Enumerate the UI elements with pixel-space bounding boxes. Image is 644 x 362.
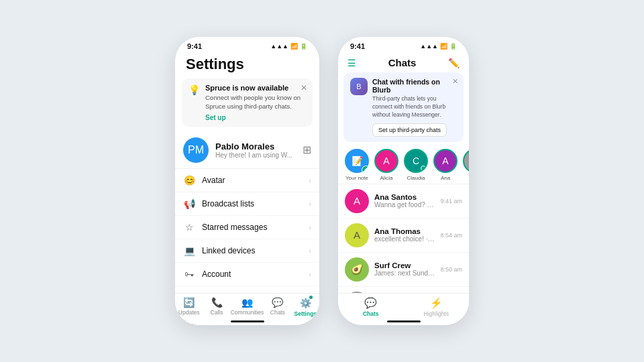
- add-story-icon: +: [362, 166, 369, 173]
- key-icon: 🗝: [183, 269, 195, 280]
- chats-title: Chats: [356, 57, 448, 68]
- chat-item-ana-thomas-1[interactable]: A Ana Thomas excellent choice! · 8:54 am…: [338, 219, 469, 253]
- chevron-icon: ›: [309, 200, 311, 208]
- blurb-title: Chat with friends on Blurb: [372, 78, 457, 94]
- banner-content: Spruce is now available Connect with peo…: [205, 84, 306, 121]
- blurb-icon: B: [350, 78, 368, 95]
- menu-item-avatar[interactable]: 😊 Avatar ›: [175, 169, 319, 192]
- nav-item-chats[interactable]: 💬 Chats: [264, 297, 291, 317]
- story-avatar: A: [433, 149, 458, 173]
- story-your-note[interactable]: 📝 + Your note: [345, 149, 369, 181]
- chat-preview: excellent choice! · 8:54 am: [374, 235, 435, 243]
- story-avatar: B: [463, 149, 469, 173]
- nav-label: Updates: [178, 309, 200, 316]
- nav-item-communities[interactable]: 👥 Communities: [231, 297, 264, 317]
- signal-icon: ▲▲▲: [420, 43, 438, 50]
- menu-item-starred[interactable]: ☆ Starred messages ›: [175, 216, 319, 239]
- battery-icon: 🔋: [300, 43, 307, 50]
- blurb-desc: Third-party chats lets you connect with …: [372, 95, 457, 119]
- chat-avatar: A: [345, 223, 369, 247]
- story-ana[interactable]: A Ana: [433, 149, 458, 181]
- chat-info: Surf Crew James: next Sunday? · 8:50 am: [374, 261, 435, 277]
- story-label: Alicia: [380, 175, 392, 181]
- blurb-banner: B Chat with friends on Blurb Third-party…: [343, 72, 464, 142]
- chat-item-surf-crew[interactable]: 🥑 Surf Crew James: next Sunday? · 8:50 a…: [338, 253, 469, 287]
- chats-tab-icon: 💬: [364, 297, 377, 309]
- banner-icon: 💡: [189, 84, 200, 95]
- status-bar-chats: 9:41 ▲▲▲ 📶 🔋: [338, 37, 469, 53]
- wifi-icon: 📶: [440, 43, 447, 50]
- story-label: Ana: [441, 175, 450, 181]
- profile-row[interactable]: PM Pablo Morales Hey there! I am using W…: [175, 132, 319, 169]
- chat-preview: James: next Sunday? · 8:50 am: [374, 269, 435, 277]
- nav-item-calls[interactable]: 📞 Calls: [203, 297, 230, 317]
- qr-icon[interactable]: ⊞: [303, 143, 311, 156]
- story-claudia[interactable]: C Claudia: [404, 149, 428, 181]
- chat-info: Ana Thomas excellent choice! · 8:54 am: [374, 227, 435, 243]
- menu-item-linked-devices[interactable]: 💻 Linked devices ›: [175, 239, 319, 263]
- nav-highlights[interactable]: ⚡ Highlights: [404, 297, 470, 317]
- story-avatar: C: [404, 149, 428, 173]
- chats-header: ☰ Chats ✏️: [338, 53, 469, 72]
- story-label: Your note: [345, 175, 368, 181]
- menu-item-broadcast[interactable]: 📢 Broadcast lists ›: [175, 192, 319, 216]
- menu-item-label: Avatar: [202, 176, 302, 185]
- profile-status: Hey there! I am using W...: [215, 152, 296, 159]
- close-icon[interactable]: ✕: [301, 83, 307, 93]
- menu-item-label: Account: [202, 269, 302, 279]
- nav-chats[interactable]: 💬 Chats: [338, 297, 404, 317]
- compose-icon[interactable]: ✏️: [448, 58, 460, 68]
- chevron-icon: ›: [309, 247, 311, 255]
- chats-tab-label: Chats: [363, 310, 379, 317]
- story-label: Claudia: [407, 175, 425, 181]
- settings-phone: 9:41 ▲▲▲ 📶 🔋 Settings 💡 Spruce is now av…: [175, 37, 319, 325]
- highlights-icon: ⚡: [430, 297, 443, 309]
- communities-icon: 👥: [241, 297, 253, 308]
- stories-row: 📝 + Your note A Alicia C Claudia A: [338, 146, 469, 184]
- signal-icon: ▲▲▲: [270, 43, 288, 50]
- online-indicator: [421, 166, 426, 171]
- chat-avatar: 🥑: [345, 257, 369, 282]
- highlights-label: Highlights: [424, 310, 449, 317]
- settings-icon: ⚙️: [300, 298, 311, 308]
- banner-title: Spruce is now available: [205, 84, 306, 92]
- chats-icon: 💬: [272, 297, 283, 308]
- broadcast-icon: 📢: [183, 198, 195, 209]
- blurb-setup-button[interactable]: Set up third-party chats: [372, 123, 447, 137]
- menu-item-label: Linked devices: [202, 246, 302, 255]
- updates-icon: 🔄: [183, 297, 195, 308]
- banner-setup-link[interactable]: Set up: [205, 114, 306, 121]
- chats-phone: 9:41 ▲▲▲ 📶 🔋 ☰ Chats ✏️ B Chat with frie…: [338, 37, 469, 325]
- story-alicia[interactable]: A Alicia: [374, 149, 398, 181]
- chat-name: Surf Crew: [374, 261, 435, 269]
- status-time: 9:41: [350, 42, 365, 50]
- chat-time: 8:50 am: [440, 266, 462, 273]
- profile-info: Pablo Morales Hey there! I am using W...: [215, 141, 296, 159]
- nav-item-settings[interactable]: ⚙️ Settings: [292, 297, 319, 317]
- spruce-banner: 💡 Spruce is now available Connect with p…: [182, 78, 313, 127]
- story-br[interactable]: B Br...: [463, 149, 469, 181]
- settings-title: Settings: [186, 56, 309, 73]
- menu-item-label: Starred messages: [202, 223, 302, 232]
- nav-item-updates[interactable]: 🔄 Updates: [175, 297, 203, 317]
- active-indicator: [309, 296, 313, 299]
- chat-item-ana-santos[interactable]: A Ana Santos Wanna get food? · 9:41 am 9…: [338, 184, 469, 219]
- close-icon[interactable]: ✕: [452, 77, 458, 86]
- avatar: PM: [183, 137, 209, 163]
- status-bar-settings: 9:41 ▲▲▲ 📶 🔋: [175, 37, 319, 53]
- profile-name: Pablo Morales: [215, 141, 296, 152]
- chat-time: 9:41 am: [440, 198, 462, 204]
- menu-icon[interactable]: ☰: [347, 58, 356, 68]
- battery-icon: 🔋: [449, 43, 457, 50]
- chat-name: Ana Santos: [374, 193, 435, 201]
- laptop-icon: 💻: [183, 245, 195, 256]
- chat-preview: Wanna get food? · 9:41 am: [374, 201, 435, 208]
- nav-label: Settings: [294, 310, 317, 317]
- chat-name: Ana Thomas: [374, 227, 435, 235]
- star-icon: ☆: [183, 222, 195, 233]
- chevron-icon: ›: [309, 223, 311, 231]
- story-avatar: 📝 +: [345, 149, 369, 173]
- nav-item-wrap: ⚙️: [300, 297, 311, 309]
- menu-item-account[interactable]: 🗝 Account ›: [175, 263, 319, 286]
- menu-item-label: Broadcast lists: [202, 199, 302, 208]
